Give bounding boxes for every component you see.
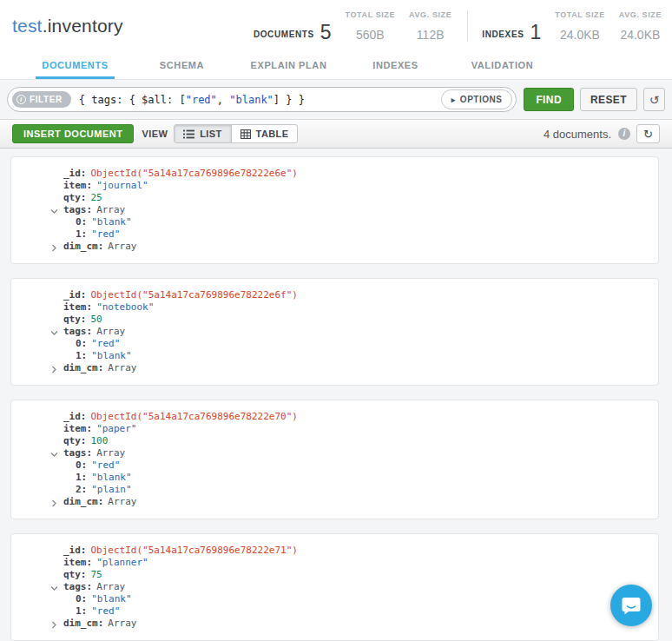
field-value[interactable]: 100 — [91, 435, 109, 446]
field-value[interactable]: "journal" — [96, 180, 148, 191]
list-icon — [183, 129, 194, 139]
field-key: 1: — [76, 350, 87, 361]
field-value[interactable]: "blank" — [91, 472, 131, 483]
chevron-right-icon[interactable] — [50, 620, 58, 628]
documents-stat-label: DOCUMENTS — [254, 30, 314, 42]
field-value[interactable]: 50 — [91, 314, 102, 325]
filter-query-text[interactable]: { tags: { $all: ["red", "blank"] } } — [79, 94, 434, 106]
field-value[interactable]: ObjectId("5a14a17ca769896e78222e6e") — [91, 168, 298, 179]
filter-input[interactable]: i FILTER { tags: { $all: ["red", "blank"… — [7, 87, 517, 112]
field-value[interactable]: "red" — [91, 459, 120, 471]
field-key: dim_cm: — [63, 362, 103, 373]
field-value[interactable]: Array — [96, 204, 125, 215]
documents-avg-size: AVG. SIZE 112B — [409, 10, 451, 42]
tab-explain-plan[interactable]: EXPLAIN PLAN — [235, 52, 342, 79]
field-key: 0: — [76, 216, 87, 228]
field-value[interactable]: "blank" — [91, 350, 131, 361]
reset-button[interactable]: RESET — [580, 88, 637, 111]
field-key: qty: — [63, 314, 87, 325]
refresh-button[interactable]: ↻ — [636, 124, 660, 143]
document-field-row: 0:"blank" — [11, 593, 658, 605]
caret-right-icon: ▸ — [451, 96, 456, 104]
list-view-button[interactable]: LIST — [175, 125, 230, 142]
field-value[interactable]: Array — [96, 447, 125, 459]
tab-documents[interactable]: DOCUMENTS — [22, 52, 128, 79]
field-value[interactable]: ObjectId("5a14a17ca769896e78222e6f") — [91, 289, 298, 301]
documents-stat: DOCUMENTS 5 — [254, 23, 332, 42]
field-value[interactable]: 25 — [91, 192, 102, 203]
tab-indexes[interactable]: INDEXES — [342, 52, 449, 79]
field-value[interactable]: Array — [96, 326, 125, 337]
document-field-row: 0:"red" — [11, 459, 658, 472]
document-field-row: item:"notebook" — [11, 301, 658, 314]
query-history-button[interactable]: ↺ — [643, 88, 665, 111]
document-field-row: dim_cm:Array — [11, 362, 658, 374]
table-view-button[interactable]: TABLE — [231, 125, 298, 142]
toolbar-right: 4 documents. i ↻ — [544, 124, 660, 143]
field-key: item: — [63, 301, 92, 313]
document-field-row: tags:Array — [11, 326, 658, 338]
document-card[interactable]: _id:ObjectId("5a14a17ca769896e78222e6f")… — [10, 278, 659, 386]
chat-bubble-icon — [620, 594, 642, 617]
field-value[interactable]: "paper" — [96, 423, 136, 434]
document-field-row: 1:"blank" — [11, 472, 658, 484]
chevron-down-icon[interactable] — [50, 328, 58, 336]
document-field-row: qty:75 — [11, 569, 658, 581]
field-value[interactable]: "red" — [91, 605, 120, 617]
field-value[interactable]: "notebook" — [96, 301, 154, 313]
chat-button[interactable] — [610, 585, 652, 626]
indexes-stat: INDEXES 1 — [482, 23, 541, 42]
tab-validation[interactable]: VALIDATION — [449, 52, 556, 79]
field-value[interactable]: "blank" — [91, 216, 131, 228]
field-key: dim_cm: — [63, 618, 103, 629]
chevron-down-icon[interactable] — [50, 207, 58, 215]
document-field-row: dim_cm:Array — [11, 496, 658, 508]
find-button[interactable]: FIND — [524, 88, 574, 111]
field-value[interactable]: Array — [108, 362, 136, 373]
document-card[interactable]: _id:ObjectId("5a14a17ca769896e78222e70")… — [10, 400, 659, 519]
field-value[interactable]: "planner" — [96, 557, 148, 568]
field-key: tags: — [63, 447, 92, 459]
field-value[interactable]: Array — [96, 581, 125, 592]
field-value[interactable]: "blank" — [91, 593, 131, 605]
document-count: 4 documents. — [544, 128, 611, 141]
document-field-row: _id:ObjectId("5a14a17ca769896e78222e71") — [11, 545, 658, 557]
field-value[interactable]: Array — [108, 496, 136, 507]
info-icon[interactable]: i — [618, 128, 630, 140]
chevron-down-icon[interactable] — [50, 450, 58, 458]
tab-schema[interactable]: SCHEMA — [128, 52, 235, 79]
field-key: _id: — [63, 289, 87, 301]
field-value[interactable]: "red" — [91, 228, 120, 240]
table-icon — [240, 129, 251, 139]
field-key: tags: — [63, 204, 92, 215]
collection-stats: DOCUMENTS 5 TOTAL SIZE 560B AVG. SIZE 11… — [254, 10, 662, 42]
document-list: _id:ObjectId("5a14a17ca769896e78222e6e")… — [0, 149, 672, 641]
field-value[interactable]: "plain" — [91, 484, 131, 495]
document-field-row: _id:ObjectId("5a14a17ca769896e78222e70") — [11, 411, 658, 423]
document-field-row: dim_cm:Array — [11, 618, 658, 630]
chevron-right-icon[interactable] — [50, 365, 58, 373]
field-key: tags: — [63, 581, 92, 592]
document-card[interactable]: _id:ObjectId("5a14a17ca769896e78222e71")… — [10, 533, 659, 641]
field-value[interactable]: ObjectId("5a14a17ca769896e78222e71") — [91, 545, 298, 556]
chevron-right-icon[interactable] — [50, 243, 58, 251]
field-value[interactable]: ObjectId("5a14a17ca769896e78222e70") — [91, 411, 298, 422]
indexes-total-size: TOTAL SIZE 24.0KB — [555, 10, 605, 42]
document-card[interactable]: _id:ObjectId("5a14a17ca769896e78222e6e")… — [10, 156, 659, 264]
field-value[interactable]: "red" — [91, 338, 120, 349]
field-value[interactable]: Array — [108, 241, 136, 252]
field-value[interactable]: 75 — [91, 569, 102, 580]
document-field-row: 2:"plain" — [11, 484, 658, 496]
chevron-right-icon[interactable] — [50, 499, 58, 506]
options-button[interactable]: ▸ OPTIONS — [441, 89, 513, 109]
field-key: 1: — [76, 228, 87, 240]
insert-document-button[interactable]: INSERT DOCUMENT — [12, 124, 134, 143]
chevron-down-icon[interactable] — [50, 584, 58, 591]
field-key: qty: — [63, 569, 87, 580]
field-key: dim_cm: — [63, 496, 103, 507]
document-field-row: tags:Array — [11, 204, 658, 216]
field-key: 0: — [76, 459, 87, 471]
filter-badge: i FILTER — [12, 91, 71, 108]
field-value[interactable]: Array — [108, 618, 136, 629]
document-field-row: _id:ObjectId("5a14a17ca769896e78222e6f") — [11, 289, 658, 301]
